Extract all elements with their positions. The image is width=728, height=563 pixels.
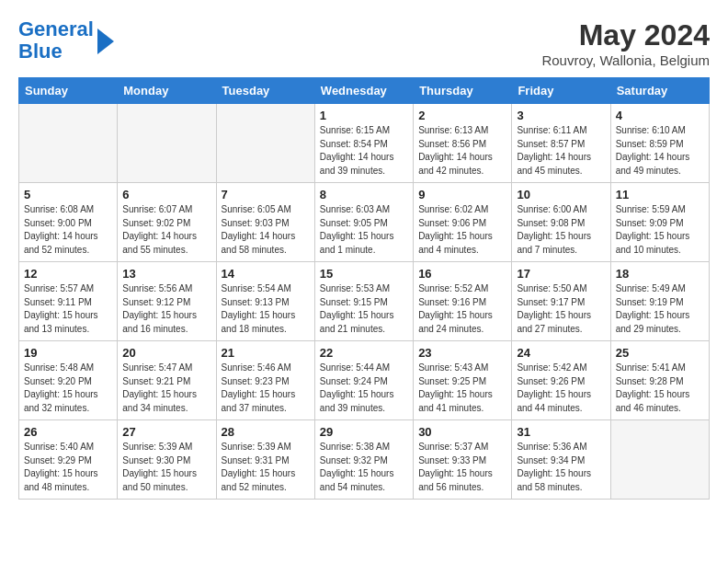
day-cell: 18Sunrise: 5:49 AMSunset: 9:19 PMDayligh… — [610, 262, 709, 341]
week-row-4: 19Sunrise: 5:48 AMSunset: 9:20 PMDayligh… — [19, 341, 710, 420]
day-cell: 6Sunrise: 6:07 AMSunset: 9:02 PMDaylight… — [118, 183, 216, 262]
day-number: 29 — [320, 425, 408, 439]
day-cell: 17Sunrise: 5:50 AMSunset: 9:17 PMDayligh… — [512, 262, 610, 341]
day-cell: 13Sunrise: 5:56 AMSunset: 9:12 PMDayligh… — [118, 262, 216, 341]
week-row-5: 26Sunrise: 5:40 AMSunset: 9:29 PMDayligh… — [19, 420, 710, 500]
week-row-3: 12Sunrise: 5:57 AMSunset: 9:11 PMDayligh… — [19, 262, 710, 341]
day-cell: 24Sunrise: 5:42 AMSunset: 9:26 PMDayligh… — [512, 341, 610, 420]
day-info: Sunrise: 6:15 AMSunset: 8:54 PMDaylight:… — [320, 124, 408, 178]
page-header: General Blue May 2024 Rouvroy, Wallonia,… — [18, 18, 710, 68]
column-header-monday: Monday — [118, 78, 216, 104]
day-cell: 19Sunrise: 5:48 AMSunset: 9:20 PMDayligh… — [19, 341, 118, 420]
day-number: 7 — [222, 188, 310, 201]
day-cell: 1Sunrise: 6:15 AMSunset: 8:54 PMDaylight… — [314, 104, 413, 183]
day-cell: 23Sunrise: 5:43 AMSunset: 9:25 PMDayligh… — [414, 341, 512, 420]
day-cell: 8Sunrise: 6:03 AMSunset: 9:05 PMDaylight… — [314, 183, 413, 262]
day-cell: 10Sunrise: 6:00 AMSunset: 9:08 PMDayligh… — [512, 183, 610, 262]
day-number: 18 — [616, 267, 704, 281]
day-number: 17 — [517, 267, 605, 281]
day-number: 15 — [320, 267, 408, 281]
day-number: 1 — [320, 109, 408, 122]
column-header-wednesday: Wednesday — [314, 78, 413, 104]
location-text: Rouvroy, Wallonia, Belgium — [541, 52, 710, 68]
day-info: Sunrise: 5:46 AMSunset: 9:23 PMDaylight:… — [222, 362, 310, 415]
day-number: 6 — [122, 188, 210, 201]
day-number: 20 — [122, 346, 210, 360]
day-number: 23 — [418, 346, 506, 360]
day-number: 24 — [517, 346, 605, 360]
day-cell: 3Sunrise: 6:11 AMSunset: 8:57 PMDaylight… — [512, 104, 610, 183]
day-info: Sunrise: 6:11 AMSunset: 8:57 PMDaylight:… — [517, 124, 605, 178]
day-info: Sunrise: 5:42 AMSunset: 9:26 PMDaylight:… — [517, 362, 605, 415]
logo-line2: Blue — [18, 40, 63, 63]
day-number: 28 — [222, 425, 310, 439]
day-cell — [118, 104, 216, 183]
day-cell: 5Sunrise: 6:08 AMSunset: 9:00 PMDaylight… — [19, 183, 118, 262]
day-info: Sunrise: 5:47 AMSunset: 9:21 PMDaylight:… — [122, 362, 210, 415]
column-header-sunday: Sunday — [19, 78, 118, 104]
day-info: Sunrise: 5:39 AMSunset: 9:30 PMDaylight:… — [122, 441, 210, 494]
day-info: Sunrise: 5:50 AMSunset: 9:17 PMDaylight:… — [517, 282, 605, 336]
day-info: Sunrise: 6:08 AMSunset: 9:00 PMDaylight:… — [24, 203, 112, 257]
day-number: 31 — [517, 425, 605, 439]
day-cell: 7Sunrise: 6:05 AMSunset: 9:03 PMDaylight… — [216, 183, 314, 262]
column-header-thursday: Thursday — [414, 78, 512, 104]
day-info: Sunrise: 5:53 AMSunset: 9:15 PMDaylight:… — [320, 282, 408, 336]
day-cell: 27Sunrise: 5:39 AMSunset: 9:30 PMDayligh… — [118, 420, 216, 500]
day-info: Sunrise: 5:44 AMSunset: 9:24 PMDaylight:… — [320, 362, 408, 415]
day-number: 25 — [616, 346, 704, 360]
day-number: 14 — [222, 267, 310, 281]
day-info: Sunrise: 5:56 AMSunset: 9:12 PMDaylight:… — [122, 282, 210, 336]
day-cell: 21Sunrise: 5:46 AMSunset: 9:23 PMDayligh… — [216, 341, 314, 420]
day-info: Sunrise: 5:36 AMSunset: 9:34 PMDaylight:… — [517, 441, 605, 494]
day-number: 11 — [616, 188, 704, 201]
day-number: 5 — [24, 188, 112, 201]
day-info: Sunrise: 5:52 AMSunset: 9:16 PMDaylight:… — [418, 282, 506, 336]
day-number: 2 — [418, 109, 506, 122]
day-cell: 20Sunrise: 5:47 AMSunset: 9:21 PMDayligh… — [118, 341, 216, 420]
day-info: Sunrise: 6:02 AMSunset: 9:06 PMDaylight:… — [418, 203, 506, 257]
day-cell — [216, 104, 314, 183]
day-info: Sunrise: 5:59 AMSunset: 9:09 PMDaylight:… — [616, 203, 704, 257]
day-cell: 26Sunrise: 5:40 AMSunset: 9:29 PMDayligh… — [19, 420, 118, 500]
day-info: Sunrise: 5:39 AMSunset: 9:31 PMDaylight:… — [222, 441, 310, 494]
day-info: Sunrise: 6:10 AMSunset: 8:59 PMDaylight:… — [616, 124, 704, 178]
day-cell: 31Sunrise: 5:36 AMSunset: 9:34 PMDayligh… — [512, 420, 610, 500]
day-info: Sunrise: 5:57 AMSunset: 9:11 PMDaylight:… — [24, 282, 112, 336]
day-cell — [610, 420, 709, 500]
day-info: Sunrise: 5:37 AMSunset: 9:33 PMDaylight:… — [418, 441, 506, 494]
column-header-saturday: Saturday — [610, 78, 709, 104]
day-cell: 28Sunrise: 5:39 AMSunset: 9:31 PMDayligh… — [216, 420, 314, 500]
day-number: 27 — [122, 425, 210, 439]
day-cell: 2Sunrise: 6:13 AMSunset: 8:56 PMDaylight… — [414, 104, 512, 183]
day-info: Sunrise: 5:48 AMSunset: 9:20 PMDaylight:… — [24, 362, 112, 415]
day-number: 26 — [24, 425, 112, 439]
day-info: Sunrise: 6:00 AMSunset: 9:08 PMDaylight:… — [517, 203, 605, 257]
day-cell: 29Sunrise: 5:38 AMSunset: 9:32 PMDayligh… — [314, 420, 413, 500]
day-number: 8 — [320, 188, 408, 201]
day-number: 12 — [24, 267, 112, 281]
column-header-friday: Friday — [512, 78, 610, 104]
day-cell: 12Sunrise: 5:57 AMSunset: 9:11 PMDayligh… — [19, 262, 118, 341]
day-info: Sunrise: 5:40 AMSunset: 9:29 PMDaylight:… — [24, 441, 112, 494]
day-number: 10 — [517, 188, 605, 201]
day-info: Sunrise: 5:43 AMSunset: 9:25 PMDaylight:… — [418, 362, 506, 415]
logo: General Blue — [18, 18, 114, 63]
day-number: 13 — [122, 267, 210, 281]
day-number: 3 — [517, 109, 605, 122]
day-cell: 22Sunrise: 5:44 AMSunset: 9:24 PMDayligh… — [314, 341, 413, 420]
week-row-2: 5Sunrise: 6:08 AMSunset: 9:00 PMDaylight… — [19, 183, 710, 262]
logo-arrow-icon — [97, 29, 114, 54]
logo-line1: General — [18, 17, 94, 40]
day-cell: 11Sunrise: 5:59 AMSunset: 9:09 PMDayligh… — [610, 183, 709, 262]
day-cell — [19, 104, 118, 183]
day-info: Sunrise: 5:49 AMSunset: 9:19 PMDaylight:… — [616, 282, 704, 336]
day-number: 19 — [24, 346, 112, 360]
day-number: 16 — [418, 267, 506, 281]
day-cell: 25Sunrise: 5:41 AMSunset: 9:28 PMDayligh… — [610, 341, 709, 420]
day-number: 21 — [222, 346, 310, 360]
day-info: Sunrise: 5:38 AMSunset: 9:32 PMDaylight:… — [320, 441, 408, 494]
day-number: 30 — [418, 425, 506, 439]
day-info: Sunrise: 6:03 AMSunset: 9:05 PMDaylight:… — [320, 203, 408, 257]
column-header-tuesday: Tuesday — [216, 78, 314, 104]
